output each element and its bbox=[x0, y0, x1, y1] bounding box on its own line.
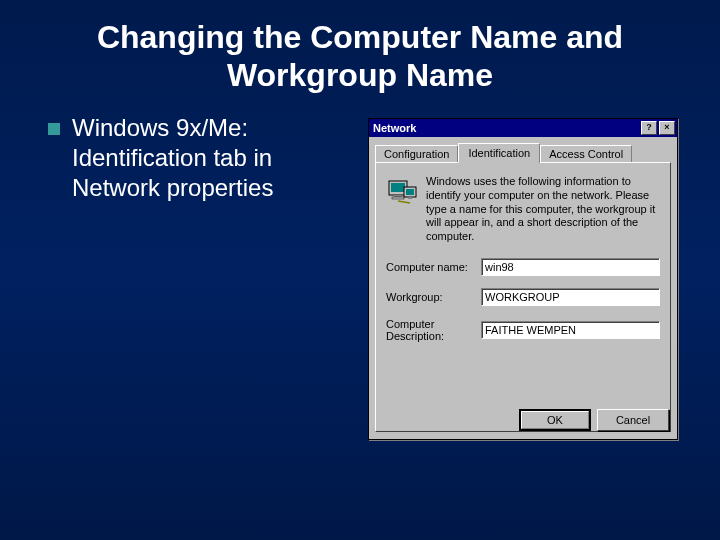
network-dialog: Network ? × Configuration Identification… bbox=[368, 118, 678, 440]
cancel-button[interactable]: Cancel bbox=[597, 409, 669, 431]
bullet-text: Windows 9x/Me: Identification tab in Net… bbox=[72, 113, 350, 203]
close-button[interactable]: × bbox=[659, 121, 675, 135]
svg-rect-2 bbox=[394, 195, 402, 197]
svg-rect-1 bbox=[391, 183, 405, 192]
row-description: Computer Description: bbox=[386, 318, 660, 342]
help-button[interactable]: ? bbox=[641, 121, 657, 135]
ok-button[interactable]: OK bbox=[519, 409, 591, 431]
input-computer-name[interactable] bbox=[481, 258, 660, 276]
dialog-button-row: OK Cancel bbox=[519, 409, 669, 431]
info-row: Windows uses the following information t… bbox=[386, 175, 660, 244]
row-workgroup: Workgroup: bbox=[386, 288, 660, 306]
bullet-item: Windows 9x/Me: Identification tab in Net… bbox=[48, 113, 350, 203]
titlebar-buttons: ? × bbox=[641, 121, 675, 135]
input-workgroup[interactable] bbox=[481, 288, 660, 306]
info-text: Windows uses the following information t… bbox=[426, 175, 660, 244]
svg-line-7 bbox=[398, 201, 410, 203]
tabstrip: Configuration Identification Access Cont… bbox=[369, 137, 677, 163]
label-description: Computer Description: bbox=[386, 318, 481, 342]
svg-rect-5 bbox=[406, 189, 414, 195]
label-workgroup: Workgroup: bbox=[386, 291, 481, 303]
bullet-block: Windows 9x/Me: Identification tab in Net… bbox=[30, 105, 350, 203]
dialog-titlebar: Network ? × bbox=[369, 119, 677, 137]
bullet-square-icon bbox=[48, 123, 60, 135]
input-description[interactable] bbox=[481, 321, 660, 339]
computer-network-icon bbox=[386, 175, 418, 207]
label-computer-name: Computer name: bbox=[386, 261, 481, 273]
tab-identification[interactable]: Identification bbox=[458, 143, 540, 163]
row-computer-name: Computer name: bbox=[386, 258, 660, 276]
slide-title: Changing the Computer Name and Workgroup… bbox=[0, 0, 720, 105]
svg-rect-3 bbox=[392, 197, 404, 199]
dialog-title: Network bbox=[373, 122, 416, 134]
svg-rect-6 bbox=[408, 197, 412, 199]
tab-panel: Windows uses the following information t… bbox=[375, 162, 671, 432]
